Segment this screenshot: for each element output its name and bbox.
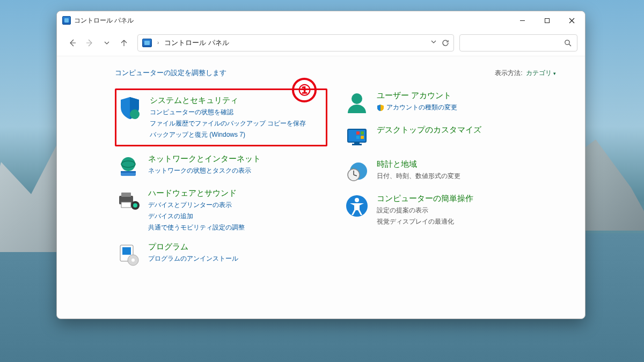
svg-point-22 [352, 93, 362, 104]
category-title[interactable]: 時計と地域 [377, 159, 460, 169]
category-title[interactable]: ネットワークとインターネット [148, 154, 261, 164]
programs-icon [116, 242, 141, 267]
view-by-label: 表示方法: [495, 69, 522, 78]
category-title[interactable]: デスクトップのカスタマイズ [377, 125, 481, 135]
nav-history-button[interactable] [99, 35, 115, 51]
category-user-accounts[interactable]: ユーザー アカウント アカウントの種類の変更 [343, 88, 556, 117]
svg-point-8 [130, 109, 140, 119]
category-link[interactable]: バックアップと復元 (Windows 7) [150, 130, 306, 139]
category-title[interactable]: プログラム [148, 242, 238, 252]
category-link[interactable]: 視覚ディスプレイの最適化 [377, 217, 473, 226]
svg-rect-26 [361, 131, 364, 135]
svg-rect-12 [121, 171, 136, 173]
maximize-icon [544, 18, 550, 24]
category-link[interactable]: 日付、時刻、数値形式の変更 [377, 171, 460, 181]
address-dropdown-button[interactable] [431, 39, 436, 47]
window-title: コントロール パネル [74, 16, 134, 25]
category-clock-region[interactable]: 時計と地域 日付、時刻、数値形式の変更 [343, 157, 556, 186]
up-arrow-icon [120, 39, 128, 47]
category-link[interactable]: プログラムのアンインストール [148, 254, 238, 263]
category-link-label: アカウントの種類の変更 [386, 104, 457, 111]
nav-up-button[interactable] [116, 35, 132, 51]
search-icon [564, 39, 572, 47]
svg-rect-15 [121, 202, 131, 208]
category-link[interactable]: 設定の提案の表示 [377, 205, 473, 215]
breadcrumb-chevron-icon: › [157, 40, 159, 46]
nav-back-button[interactable] [64, 35, 80, 51]
user-account-icon [345, 91, 369, 115]
uac-shield-icon [377, 104, 384, 112]
control-panel-icon [62, 16, 71, 25]
view-by-value: カテゴリ [526, 69, 552, 77]
category-link[interactable]: デバイスの追加 [148, 211, 245, 221]
maximize-button[interactable] [535, 12, 559, 29]
view-by-control: 表示方法: カテゴリ ▾ [495, 69, 556, 78]
category-column-right: ユーザー アカウント アカウントの種類の変更 [343, 88, 556, 269]
close-icon [569, 18, 575, 24]
close-button[interactable] [559, 12, 584, 29]
globe-network-icon [116, 154, 141, 179]
category-system-security[interactable]: システムとセキュリティ コンピューターの状態を確認 ファイル履歴でファイルのバッ… [115, 88, 327, 146]
category-hardware-sound[interactable]: ハードウェアとサウンド デバイスとプリンターの表示 デバイスの追加 共通で使うモ… [115, 186, 327, 234]
svg-point-6 [565, 40, 569, 44]
content-area: コンピューターの設定を調整します 表示方法: カテゴリ ▾ ① [57, 56, 585, 319]
view-by-dropdown[interactable]: カテゴリ ▾ [526, 69, 556, 78]
nav-forward-button[interactable] [82, 35, 98, 51]
category-link[interactable]: コンピューターの状態を確認 [150, 107, 306, 117]
clock-globe-icon [345, 159, 369, 184]
minimize-button[interactable] [510, 12, 535, 29]
accessibility-icon [345, 194, 369, 218]
svg-point-36 [355, 198, 359, 202]
chevron-down-icon [431, 39, 436, 45]
category-title[interactable]: コンピューターの簡単操作 [377, 194, 473, 204]
titlebar: コントロール パネル [57, 11, 585, 29]
category-column-left: システムとセキュリティ コンピューターの状態を確認 ファイル履歴でファイルのバッ… [115, 88, 327, 269]
category-title[interactable]: ユーザー アカウント [377, 91, 457, 101]
shield-icon [118, 95, 142, 120]
printer-camera-icon [116, 188, 141, 213]
chevron-down-icon [104, 40, 109, 46]
category-link[interactable]: ネットワークの状態とタスクの表示 [148, 166, 261, 175]
category-network-internet[interactable]: ネットワークとインターネット ネットワークの状態とタスクの表示 [115, 152, 327, 181]
control-panel-window: コントロール パネル › コントロール パ [56, 11, 586, 319]
personalization-icon [345, 125, 369, 150]
address-control-panel-icon [142, 39, 152, 47]
window-controls [510, 12, 584, 29]
category-link[interactable]: ファイル履歴でファイルのバックアップ コピーを保存 [150, 119, 306, 128]
forward-arrow-icon [85, 39, 94, 47]
svg-rect-29 [354, 142, 360, 144]
category-link[interactable]: デバイスとプリンターの表示 [148, 200, 245, 210]
svg-rect-28 [361, 136, 364, 139]
category-programs[interactable]: プログラム プログラムのアンインストール [115, 240, 327, 269]
svg-point-21 [131, 258, 135, 262]
svg-point-9 [121, 157, 135, 171]
address-bar[interactable]: › コントロール パネル [137, 34, 454, 51]
category-appearance[interactable]: デスクトップのカスタマイズ [343, 123, 556, 152]
back-arrow-icon [68, 39, 77, 47]
category-ease-of-access[interactable]: コンピューターの簡単操作 設定の提案の表示 視覚ディスプレイの最適化 [343, 191, 556, 228]
category-link[interactable]: アカウントの種類の変更 [377, 102, 457, 112]
svg-line-7 [569, 44, 571, 46]
svg-rect-30 [352, 144, 362, 145]
refresh-button[interactable] [442, 39, 449, 47]
page-heading: コンピューターの設定を調整します [115, 68, 226, 78]
svg-rect-27 [356, 136, 360, 139]
svg-rect-25 [356, 131, 360, 135]
svg-rect-19 [122, 247, 131, 255]
category-title[interactable]: ハードウェアとサウンド [148, 188, 245, 198]
search-box[interactable] [459, 34, 577, 51]
svg-rect-1 [545, 18, 549, 23]
breadcrumb-root[interactable]: コントロール パネル [164, 38, 229, 48]
refresh-icon [442, 39, 449, 47]
minimize-icon [519, 18, 525, 24]
svg-point-17 [133, 203, 137, 208]
navigation-bar: › コントロール パネル [57, 29, 585, 56]
svg-rect-14 [121, 193, 131, 197]
category-link[interactable]: 共通で使うモビリティ設定の調整 [148, 223, 245, 232]
category-title[interactable]: システムとセキュリティ [150, 95, 306, 106]
